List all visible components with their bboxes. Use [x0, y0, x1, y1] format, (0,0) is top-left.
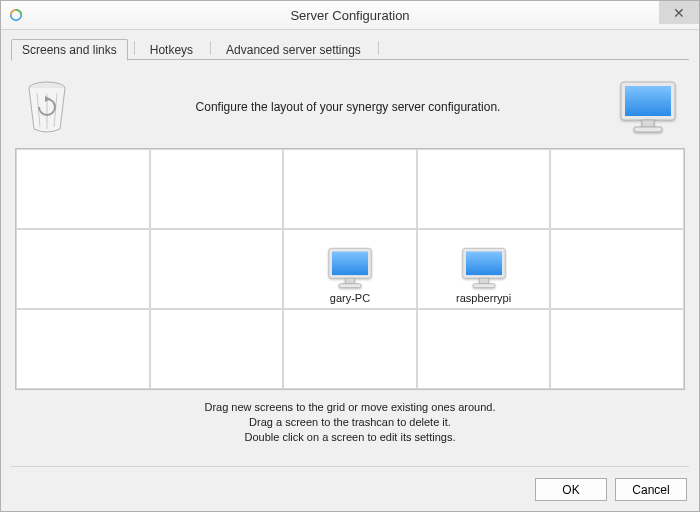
tab-separator	[134, 41, 135, 55]
grid-cell[interactable]	[417, 309, 551, 389]
close-icon: ✕	[673, 5, 685, 21]
screen-label: raspberrypi	[456, 292, 511, 304]
grid-cell[interactable]	[550, 229, 684, 309]
hint-line: Double click on a screen to edit its set…	[11, 430, 689, 445]
monitor-icon	[326, 246, 374, 290]
screens-grid[interactable]: gary-PC raspberrypi	[15, 148, 685, 390]
hint-line: Drag new screens to the grid or move exi…	[11, 400, 689, 415]
titlebar: Server Configuration ✕	[1, 1, 699, 30]
tab-body: Configure the layout of your synergy ser…	[11, 60, 689, 445]
window-title: Server Configuration	[1, 8, 699, 23]
separator	[11, 466, 689, 467]
button-bar: OK Cancel	[535, 478, 687, 501]
svg-rect-15	[466, 252, 502, 276]
ok-button[interactable]: OK	[535, 478, 607, 501]
grid-cell[interactable]	[417, 149, 551, 229]
svg-rect-12	[345, 278, 354, 284]
svg-rect-7	[625, 86, 671, 116]
tab-advanced-server-settings[interactable]: Advanced server settings	[215, 39, 372, 60]
screen-label: gary-PC	[330, 292, 370, 304]
grid-cell[interactable]	[550, 149, 684, 229]
tab-separator	[210, 41, 211, 55]
config-instruction-text: Configure the layout of your synergy ser…	[83, 100, 613, 114]
server-configuration-window: Server Configuration ✕ Screens and links…	[0, 0, 700, 512]
hint-text: Drag new screens to the grid or move exi…	[11, 400, 689, 445]
tab-label: Screens and links	[22, 43, 117, 57]
top-row: Configure the layout of your synergy ser…	[11, 66, 689, 148]
svg-rect-9	[634, 127, 662, 132]
tab-label: Advanced server settings	[226, 43, 361, 57]
grid-cell[interactable]	[283, 149, 417, 229]
grid-cell-raspberrypi[interactable]: raspberrypi	[417, 229, 551, 309]
tabstrip: Screens and links Hotkeys Advanced serve…	[11, 38, 689, 60]
close-button[interactable]: ✕	[659, 1, 699, 24]
monitor-icon	[618, 79, 678, 135]
grid-cell[interactable]	[16, 309, 150, 389]
trashcan-icon	[22, 79, 72, 135]
hint-line: Drag a screen to the trashcan to delete …	[11, 415, 689, 430]
svg-rect-11	[332, 252, 368, 276]
svg-rect-13	[339, 284, 361, 288]
cancel-button[interactable]: Cancel	[615, 478, 687, 501]
grid-cell-gary-pc[interactable]: gary-PC	[283, 229, 417, 309]
svg-rect-17	[473, 284, 495, 288]
grid-cell[interactable]	[283, 309, 417, 389]
grid-cell[interactable]	[150, 229, 284, 309]
app-icon	[9, 8, 23, 22]
grid-cell[interactable]	[16, 229, 150, 309]
content-area: Screens and links Hotkeys Advanced serve…	[1, 30, 699, 445]
tab-hotkeys[interactable]: Hotkeys	[139, 39, 204, 60]
tab-separator	[378, 41, 379, 55]
new-screen-draggable[interactable]	[613, 72, 683, 142]
trashcan-dropzone[interactable]	[19, 79, 75, 135]
grid-cell[interactable]	[150, 149, 284, 229]
grid-cell[interactable]	[550, 309, 684, 389]
grid-cell[interactable]	[16, 149, 150, 229]
tab-screens-and-links[interactable]: Screens and links	[11, 39, 128, 61]
svg-rect-8	[642, 120, 654, 127]
svg-rect-16	[479, 278, 488, 284]
monitor-icon	[460, 246, 508, 290]
tab-label: Hotkeys	[150, 43, 193, 57]
grid-cell[interactable]	[150, 309, 284, 389]
